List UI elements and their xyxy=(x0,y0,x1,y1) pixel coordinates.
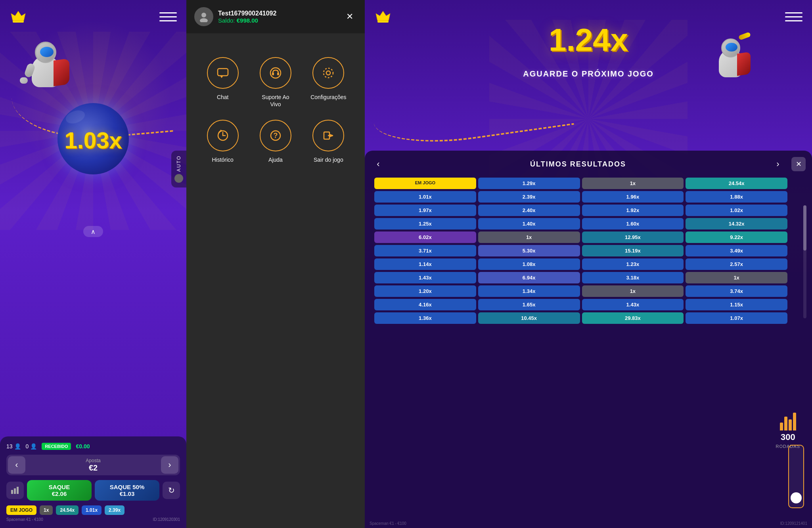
action-row: SAQUE €2.06 SAQUE 50% €1.03 ↻ xyxy=(6,480,180,501)
support-icon xyxy=(269,66,282,80)
hist-badge-3: 1.01x xyxy=(82,505,102,515)
svg-marker-20 xyxy=(376,11,390,21)
support-icon-circle xyxy=(260,57,291,89)
svg-rect-21 xyxy=(377,21,389,23)
menu-item-chat[interactable]: Chat xyxy=(202,57,243,108)
right-footer: Spaceman €1 - €100 ID:1209121401 xyxy=(365,519,812,528)
right-footer-left: Spaceman €1 - €100 xyxy=(370,521,406,526)
cashout50-button[interactable]: SAQUE 50% €1.03 xyxy=(95,480,159,501)
result-cell: 1x xyxy=(686,272,787,283)
menu-item-history[interactable]: Histórico xyxy=(202,120,243,163)
menu-item-config[interactable]: Configurações xyxy=(308,57,349,108)
players-icon: 👤 xyxy=(14,443,21,450)
results-next-button[interactable]: › xyxy=(771,157,785,171)
scroll-indicator[interactable] xyxy=(803,205,806,318)
result-cell: 2.40x xyxy=(478,205,580,216)
menu-header: Test1679900241092 Saldo: €998.00 ✕ xyxy=(186,0,365,33)
results-header: ‹ ÚLTIMOS RESULTADOS › ✕ xyxy=(365,151,812,178)
rodadas-count: 300 xyxy=(781,432,795,442)
crown-icon-right xyxy=(374,8,392,25)
footer-right-text: ID:1209120301 xyxy=(153,517,180,522)
menu-item-help[interactable]: ? Ajuda xyxy=(255,120,296,163)
chat-icon xyxy=(216,66,230,80)
result-cell: 14.32x xyxy=(686,218,787,230)
support-label: Suporte AoVivo xyxy=(262,94,289,108)
result-cell: 3.71x xyxy=(374,245,476,256)
right-astronaut xyxy=(713,34,756,77)
result-cell: 1x xyxy=(582,178,684,189)
waiting-count: 0 👤 xyxy=(26,443,37,450)
bet-label: Aposta xyxy=(29,458,158,463)
result-cell: 1.34x xyxy=(478,285,580,297)
result-cell: 1.25x xyxy=(374,218,476,230)
svg-rect-1 xyxy=(13,21,24,23)
config-icon xyxy=(322,66,335,80)
result-cell: 9.22x xyxy=(686,231,787,243)
help-icon: ? xyxy=(269,129,282,142)
chat-icon-circle xyxy=(207,57,239,89)
results-close-button[interactable]: ✕ xyxy=(791,157,806,171)
cashout-value: €2.06 xyxy=(52,490,67,497)
menu-close-button[interactable]: ✕ xyxy=(343,10,357,24)
scroll-bar xyxy=(803,205,806,251)
result-cell: EM JOGO xyxy=(374,178,476,189)
menu-button[interactable] xyxy=(159,8,177,25)
balance-label: Saldo: xyxy=(218,17,235,24)
hist-badge-0: EM JOGO xyxy=(6,505,36,515)
result-cell: 6.94x xyxy=(478,272,580,283)
result-cell: 1.15x xyxy=(686,299,787,310)
result-cell: 1.65x xyxy=(478,299,580,310)
left-top-bar xyxy=(0,0,186,33)
menu-item-exit[interactable]: Sair do jogo xyxy=(308,120,349,163)
result-cell: 1.07x xyxy=(686,312,787,324)
hist-badge-4: 2.39x xyxy=(105,505,124,515)
svg-point-13 xyxy=(324,68,333,78)
svg-point-5 xyxy=(201,13,206,17)
bet-increase-button[interactable]: › xyxy=(161,456,178,474)
result-cell: 1.20x xyxy=(374,285,476,297)
chart-button[interactable] xyxy=(6,482,24,499)
collapse-button[interactable] xyxy=(83,226,103,237)
footer-left-text: Spaceman €1 - €100 xyxy=(6,517,43,522)
results-prev-button[interactable]: ‹ xyxy=(371,157,385,171)
result-cell: 1.43x xyxy=(582,299,684,310)
svg-rect-4 xyxy=(17,487,19,494)
history-row: EM JOGO 1x 24.54x 1.01x 2.39x xyxy=(6,505,180,515)
svg-marker-8 xyxy=(220,76,223,78)
menu-item-support[interactable]: Suporte AoVivo xyxy=(255,57,296,108)
players-num: 13 xyxy=(6,443,13,450)
auto-switch xyxy=(174,174,183,183)
result-cell: 2.57x xyxy=(686,258,787,270)
slider-widget[interactable] xyxy=(788,445,804,508)
multiplier-display: 1.03x xyxy=(64,127,122,153)
menu-grid: Chat Suporte AoVivo Configur xyxy=(186,33,365,187)
cashout-button[interactable]: SAQUE €2.06 xyxy=(27,480,92,501)
bar-3 xyxy=(789,419,792,430)
result-cell: 1.36x xyxy=(374,312,476,324)
svg-point-9 xyxy=(270,68,281,78)
result-cell: 3.74x xyxy=(686,285,787,297)
refresh-button[interactable]: ↻ xyxy=(163,482,180,499)
waiting-icon: 👤 xyxy=(30,443,37,450)
user-info: Test1679900241092 Saldo: €998.00 xyxy=(218,10,338,24)
result-cell: 1.88x xyxy=(686,191,787,203)
bet-decrease-button[interactable]: ‹ xyxy=(8,456,25,474)
left-footer: Spaceman €1 - €100 ID:1209120301 xyxy=(6,517,180,522)
menu-button-right[interactable] xyxy=(785,8,802,25)
balance-value: €998.00 xyxy=(237,17,258,24)
right-panel: 1.24x AGUARDE O PRÓXIMO JOGO ‹ ÚLTIMOS R… xyxy=(365,0,812,528)
history-label: Histórico xyxy=(212,156,233,163)
username-display: Test1679900241092 xyxy=(218,10,338,17)
result-cell: 1.43x xyxy=(374,272,476,283)
svg-rect-10 xyxy=(272,73,274,75)
result-cell: 3.49x xyxy=(686,245,787,256)
auto-toggle[interactable]: AUTO xyxy=(171,151,186,187)
chat-label: Chat xyxy=(217,94,229,101)
waiting-text: AGUARDE O PRÓXIMO JOGO xyxy=(523,69,654,78)
svg-rect-2 xyxy=(11,490,13,494)
result-cell: 1.92x xyxy=(582,205,684,216)
result-cell: 4.16x xyxy=(374,299,476,310)
cashout50-value: €1.03 xyxy=(120,490,135,497)
results-grid: EM JOGO 1.29x 1x 24.54x 1.01x 2.39x 1.96… xyxy=(370,178,792,324)
balance-display: Saldo: €998.00 xyxy=(218,17,338,24)
